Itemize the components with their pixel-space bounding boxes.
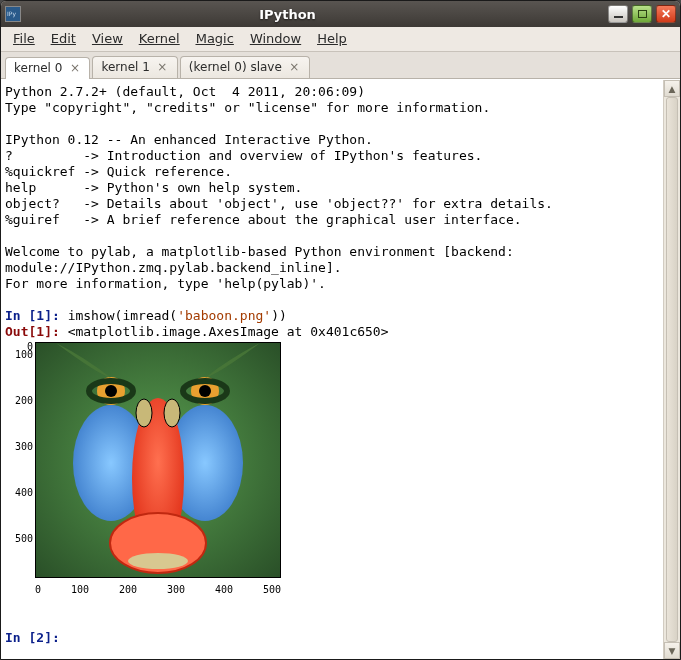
tab-kernel-0[interactable]: kernel 0 × bbox=[5, 57, 90, 79]
svg-point-10 bbox=[105, 385, 117, 397]
close-icon[interactable]: × bbox=[156, 61, 169, 74]
x-tick: 0 bbox=[35, 582, 41, 598]
scrollbar[interactable]: ▲ ▼ bbox=[663, 80, 680, 659]
menu-help[interactable]: Help bbox=[311, 30, 353, 47]
in-prompt-number: 1 bbox=[36, 308, 44, 323]
svg-point-7 bbox=[136, 399, 152, 427]
tabbar: kernel 0 × kernel 1 × (kernel 0) slave × bbox=[1, 52, 680, 79]
tab-label: kernel 1 bbox=[101, 60, 149, 74]
out-prompt-number: 1 bbox=[36, 324, 44, 339]
x-tick: 400 bbox=[215, 582, 233, 598]
svg-point-15 bbox=[128, 553, 188, 569]
close-icon[interactable]: × bbox=[288, 61, 301, 74]
menubar: File Edit View Kernel Magic Window Help bbox=[1, 27, 680, 52]
plot-frame bbox=[35, 342, 281, 578]
y-tick: 200 bbox=[15, 396, 33, 442]
menu-edit[interactable]: Edit bbox=[45, 30, 82, 47]
tab-label: kernel 0 bbox=[14, 61, 62, 75]
x-axis: 0100200300400500 bbox=[35, 580, 281, 598]
window-title: IPython bbox=[0, 7, 608, 22]
scroll-up-button[interactable]: ▲ bbox=[664, 80, 680, 97]
in-prompt-number: 2 bbox=[36, 630, 44, 645]
pylab-text: For more information, type 'help(pylab)'… bbox=[5, 276, 326, 291]
menu-kernel[interactable]: Kernel bbox=[133, 30, 186, 47]
menu-window[interactable]: Window bbox=[244, 30, 307, 47]
maximize-button[interactable] bbox=[632, 5, 652, 23]
console-area: Python 2.7.2+ (default, Oct 4 2011, 20:0… bbox=[1, 79, 680, 659]
close-icon[interactable]: × bbox=[68, 62, 81, 75]
pylab-text: module://IPython.zmq.pylab.backend_inlin… bbox=[5, 260, 342, 275]
code-text: )) bbox=[271, 308, 287, 323]
code-text: imshow(imread( bbox=[68, 308, 178, 323]
out-prompt-end: ]: bbox=[44, 324, 67, 339]
tab-label: (kernel 0) slave bbox=[189, 60, 282, 74]
x-tick: 500 bbox=[263, 582, 281, 598]
help-text: help -> Python's own help system. bbox=[5, 180, 302, 195]
svg-point-8 bbox=[164, 399, 180, 427]
y-tick: 300 bbox=[15, 442, 33, 488]
y-tick: 500 bbox=[15, 534, 33, 580]
tab-kernel-1[interactable]: kernel 1 × bbox=[92, 56, 177, 78]
in-prompt: In [ bbox=[5, 308, 36, 323]
app-icon bbox=[5, 6, 21, 22]
x-tick: 200 bbox=[119, 582, 137, 598]
minimize-button[interactable] bbox=[608, 5, 628, 23]
menu-view[interactable]: View bbox=[86, 30, 129, 47]
scroll-thumb[interactable] bbox=[666, 97, 678, 642]
string-literal: 'baboon.png' bbox=[177, 308, 271, 323]
titlebar[interactable]: IPython ✕ bbox=[1, 1, 680, 27]
banner-text: Python 2.7.2+ (default, Oct 4 2011, 20:0… bbox=[5, 84, 373, 99]
in-prompt-end: ]: bbox=[44, 630, 67, 645]
y-axis: 0100200300400500 bbox=[5, 342, 35, 580]
app-window: IPython ✕ File Edit View Kernel Magic Wi… bbox=[0, 0, 681, 660]
out-prompt: Out[ bbox=[5, 324, 36, 339]
in-prompt-end: ]: bbox=[44, 308, 67, 323]
menu-magic[interactable]: Magic bbox=[190, 30, 240, 47]
scroll-track[interactable] bbox=[664, 97, 680, 642]
in-prompt: In [ bbox=[5, 630, 36, 645]
help-text: object? -> Details about 'object', use '… bbox=[5, 196, 553, 211]
menu-file[interactable]: File bbox=[7, 30, 41, 47]
svg-point-12 bbox=[199, 385, 211, 397]
console[interactable]: Python 2.7.2+ (default, Oct 4 2011, 20:0… bbox=[1, 80, 663, 659]
y-tick: 400 bbox=[15, 488, 33, 534]
tab-kernel-0-slave[interactable]: (kernel 0) slave × bbox=[180, 56, 310, 78]
y-tick: 100 bbox=[15, 350, 33, 396]
x-tick: 100 bbox=[71, 582, 89, 598]
help-text: %guiref -> A brief reference about the g… bbox=[5, 212, 522, 227]
pylab-text: Welcome to pylab, a matplotlib-based Pyt… bbox=[5, 244, 522, 259]
banner-text: IPython 0.12 -- An enhanced Interactive … bbox=[5, 132, 373, 147]
banner-text: Type "copyright", "credits" or "license"… bbox=[5, 100, 490, 115]
x-tick: 300 bbox=[167, 582, 185, 598]
scroll-down-button[interactable]: ▼ bbox=[664, 642, 680, 659]
help-text: ? -> Introduction and overview of IPytho… bbox=[5, 148, 482, 163]
window-controls: ✕ bbox=[608, 5, 676, 23]
help-text: %quickref -> Quick reference. bbox=[5, 164, 232, 179]
inline-plot: 0100200300400500 bbox=[5, 342, 659, 580]
output-text: <matplotlib.image.AxesImage at 0x401c650… bbox=[68, 324, 389, 339]
baboon-image bbox=[36, 343, 280, 577]
close-button[interactable]: ✕ bbox=[656, 5, 676, 23]
